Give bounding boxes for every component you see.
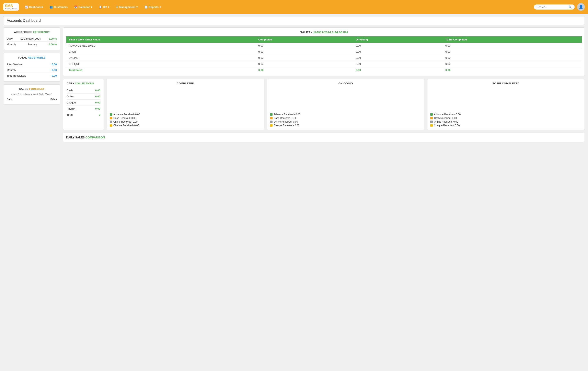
nav-management[interactable]: ☰ Management ▾ — [113, 4, 141, 10]
receivable-after-service-row: After Service 0.00 — [7, 62, 57, 67]
legend-label: Advance Received- 0.00 — [113, 113, 140, 116]
receivable-monthly-label: Monthly — [7, 69, 16, 71]
coll-label: Cash — [67, 89, 73, 92]
workforce-monthly-date: January — [28, 43, 37, 46]
forecast-panel: SALES FORECAST ( Next 6 days booked Work… — [3, 84, 60, 104]
legend-label: Advance Received- 0.00 — [274, 113, 300, 116]
row-tobe: 0.00 — [443, 55, 582, 61]
legend-label: Cash Received- 0.00 — [274, 117, 296, 120]
receivable-total-value: 0.00 — [52, 74, 57, 77]
row-label: ADVANCE RECEIVED — [66, 43, 256, 49]
row-tobe: 0.00 — [443, 49, 582, 55]
tobe-title: TO BE COMPLETED — [430, 82, 582, 85]
sales-title: SALES - JAN/17/2024 3:44:06 PM — [66, 30, 582, 34]
sales-table-header-row: Sales / Work Order Value Completed On-Go… — [66, 36, 582, 43]
total-label: Total Sales — [66, 67, 256, 73]
main-wrapper: Accounts Dashboard WORKFORCE EFFICIENCY … — [0, 14, 588, 371]
workforce-daily-row: Daily 17 January, 2024 0.00 % — [7, 36, 57, 42]
row-ongoing: 0.00 — [353, 61, 443, 67]
col-header-tobe: To Be Completed — [443, 36, 582, 43]
table-row: CASH 0.00 0.00 0.00 — [66, 49, 582, 55]
nav-calendar[interactable]: 📅 Calendar ▾ — [71, 4, 95, 10]
nav-hr[interactable]: 📋 HR ▾ — [96, 4, 112, 10]
nav-customers[interactable]: 👥 Customers — [47, 4, 70, 10]
forecast-title: SALES FORECAST — [7, 87, 57, 90]
legend-item: Cash Received- 0.00 — [270, 117, 421, 120]
legend-item: Online Received- 0.00 — [110, 120, 261, 123]
row-completed: 0.00 — [256, 43, 353, 49]
workforce-title: WORKFORCE EFFICIENCY — [7, 30, 57, 34]
legend-item: Advance Received- 0.00 — [270, 113, 421, 116]
col-header-ongoing: On-Going — [353, 36, 443, 43]
coll-label: Online — [67, 95, 74, 98]
row-ongoing: 0.00 — [353, 55, 443, 61]
legend-item: Cash Received- 0.00 — [110, 117, 261, 120]
legend-label: Online Received- 0.00 — [434, 120, 458, 123]
completed-legend: Advance Received- 0.00Cash Received- 0.0… — [110, 113, 261, 127]
legend-item: Cash Received- 0.00 — [430, 117, 582, 120]
total-ongoing: 0.00 — [353, 67, 443, 73]
logo[interactable]: SMSCleaning Service — [3, 3, 19, 11]
legend-dot — [270, 117, 273, 119]
legend-label: Cash Received- 0.00 — [434, 117, 457, 120]
calendar-dropdown-icon: ▾ — [91, 6, 92, 9]
legend-dot — [430, 117, 433, 119]
legend-label: Cheque Received- 0.00 — [113, 124, 139, 127]
row-label: CHEQUE — [66, 61, 256, 67]
hr-dropdown-icon: ▾ — [108, 6, 109, 9]
coll-total-label: Total — [67, 113, 73, 116]
navbar: SMSCleaning Service 📈 Dashboard 👥 Custom… — [0, 0, 588, 14]
coll-value: 0.00 — [95, 89, 100, 92]
comparison-title: DAILY SALES COMPARISON — [66, 136, 582, 139]
receivable-after-service-value: 0.00 — [52, 63, 57, 66]
collection-row: Paylink0.00 — [67, 106, 100, 112]
row-label: CASH — [66, 49, 256, 55]
search-input[interactable] — [537, 6, 567, 9]
workforce-monthly-row: Monthly January 0.00 % — [7, 42, 57, 47]
receivable-total-row: Total Receivable 0.00 — [7, 73, 57, 79]
search-bar[interactable]: 🔍 — [534, 4, 575, 10]
forecast-sales-header: Sales — [51, 98, 57, 101]
coll-value: 0.00 — [95, 107, 100, 110]
collections-title: DAILY COLLECTIONS — [67, 82, 100, 85]
collection-row: Online0.00 — [67, 93, 100, 100]
ongoing-title: ON-GOING — [270, 82, 421, 85]
tobe-body — [430, 87, 582, 111]
calendar-icon: 📅 — [74, 6, 77, 9]
legend-dot — [270, 124, 273, 127]
legend-item: Cheque Received- 0.00 — [270, 124, 421, 127]
collections-box: DAILY COLLECTIONS Cash0.00Online0.00Cheq… — [63, 79, 104, 130]
table-row: CHEQUE 0.00 0.00 0.00 — [66, 61, 582, 67]
row-tobe: 0.00 — [443, 61, 582, 67]
coll-value: 0.00 — [95, 95, 100, 98]
receivable-title: TOTAL RECEIVABLE — [7, 56, 57, 59]
coll-total-value: 0 — [99, 113, 100, 116]
legend-dot — [110, 117, 112, 119]
workforce-daily-value: 0.00 % — [49, 37, 57, 40]
legend-label: Online Received- 0.00 — [113, 120, 137, 123]
nav-reports[interactable]: 📄 Reports ▾ — [141, 4, 164, 10]
ongoing-body — [270, 87, 421, 111]
tobe-legend: Advance Received- 0.00Cash Received- 0.0… — [430, 113, 582, 127]
row-ongoing: 0.00 — [353, 49, 443, 55]
legend-dot — [270, 120, 273, 123]
coll-label: Paylink — [67, 107, 75, 110]
logo-sub: Cleaning Service — [5, 8, 17, 10]
row-tobe: 0.00 — [443, 43, 582, 49]
left-panels: WORKFORCE EFFICIENCY Daily 17 January, 2… — [3, 28, 60, 104]
search-icon: 🔍 — [568, 6, 572, 9]
row-completed: 0.00 — [256, 61, 353, 67]
nav-dashboard[interactable]: 📈 Dashboard — [22, 4, 46, 10]
status-card-tobe: TO BE COMPLETED Advance Received- 0.00Ca… — [427, 79, 585, 130]
legend-dot — [110, 120, 112, 123]
page-title: Accounts Dashboard — [3, 16, 585, 25]
legend-dot — [110, 113, 112, 116]
collection-row: Cheque0.00 — [67, 100, 100, 106]
avatar[interactable]: 👤 — [577, 3, 585, 11]
dashboard-icon: 📈 — [25, 6, 28, 9]
reports-dropdown-icon: ▾ — [159, 6, 161, 9]
sales-card: SALES - JAN/17/2024 3:44:06 PM Sales / W… — [63, 28, 585, 76]
workforce-monthly-label: Monthly — [7, 43, 16, 46]
workforce-daily-date: 17 January, 2024 — [20, 37, 41, 40]
table-row: ONLINE 0.00 0.00 0.00 — [66, 55, 582, 61]
